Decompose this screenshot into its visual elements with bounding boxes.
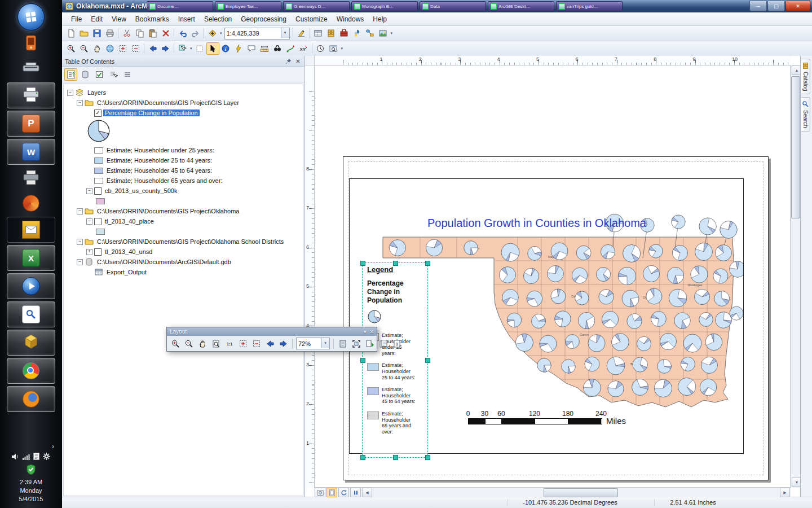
layout-toolbar-close-icon[interactable]: ✕ [369, 329, 374, 335]
clear-selection-button[interactable] [193, 42, 206, 55]
toc-item-label[interactable]: Layers [86, 89, 108, 96]
firefox-taskbar-button[interactable] [7, 386, 55, 412]
list-by-drawing-order-button[interactable] [64, 68, 77, 81]
redo-button[interactable] [189, 27, 202, 40]
start-button[interactable] [17, 3, 45, 30]
horizontal-scrollbar[interactable]: ◀ ▶ [314, 487, 791, 497]
options-menu-button[interactable] [121, 68, 134, 81]
arc-toolbox-button[interactable] [338, 27, 351, 40]
collapse-box[interactable]: − [77, 208, 83, 214]
map-title[interactable]: Population Growth in Counties in Oklahom… [349, 217, 725, 230]
select-elements-button[interactable] [206, 42, 219, 55]
fixed-zoom-in-button[interactable] [236, 338, 249, 350]
pan-button[interactable] [196, 338, 209, 350]
collapse-box[interactable]: − [77, 100, 83, 106]
fixed-zoom-out-button[interactable] [250, 338, 263, 350]
selection-handle[interactable] [360, 455, 365, 460]
selection-handle[interactable] [425, 358, 430, 363]
find-route-button[interactable] [284, 42, 297, 55]
dd-pages-button[interactable]: 1 [390, 338, 403, 350]
layout-canvas[interactable]: TexasBeaverEllisMajorOsageCanadianOklaho… [314, 65, 791, 488]
scroll-right-arrow[interactable]: ▶ [780, 488, 790, 497]
layout-toolbar[interactable]: Layout ▾ ✕ 1:172%▾1 [166, 327, 377, 352]
back-button[interactable] [146, 42, 159, 55]
security-shield-icon[interactable] [27, 465, 36, 477]
layer-visibility-checkbox[interactable] [94, 248, 102, 256]
horizontal-scroll-thumb[interactable] [544, 488, 618, 497]
toc-row[interactable]: −C:\Users\ORRIN\Documents\ArcGIS\Default… [64, 257, 303, 267]
back-button[interactable] [263, 338, 276, 350]
layer-visibility-checkbox[interactable]: ✓ [94, 110, 102, 117]
excel-taskbar-button[interactable]: X [7, 245, 55, 271]
layout-toolbar-menu-caret[interactable]: ▾ [364, 329, 367, 335]
side-tab-catalog[interactable]: Catalog [801, 59, 810, 94]
pin-icon[interactable] [285, 58, 292, 65]
viewer-window-button[interactable] [327, 42, 340, 55]
expand-box[interactable]: + [86, 249, 92, 255]
map-scale-combobox[interactable]: 1:4,425,339▾ [224, 28, 290, 40]
outlook-taskbar-button[interactable] [7, 217, 55, 243]
selection-handle[interactable] [425, 261, 430, 266]
layer-visibility-checkbox[interactable] [94, 187, 102, 195]
window-tab[interactable]: vanTrips guid… [556, 1, 623, 11]
fax-taskbar-button[interactable] [7, 82, 55, 108]
identify-button[interactable]: i [219, 42, 232, 55]
side-tab-search[interactable]: Search [801, 97, 810, 132]
hyperlink-button[interactable] [232, 42, 245, 55]
menu-help[interactable]: Help [368, 14, 391, 25]
zoom-in-button[interactable] [64, 42, 77, 55]
toc-item-label[interactable]: tl_2013_40_unsd [103, 248, 154, 255]
maximize-button[interactable]: ▢ [767, 1, 785, 11]
collapse-box[interactable]: − [67, 90, 73, 96]
undo-button[interactable] [176, 27, 189, 40]
dropdown-caret[interactable]: ▾ [189, 46, 193, 51]
dd-setup-button[interactable] [377, 338, 390, 350]
phone-taskbar-button[interactable] [7, 33, 55, 55]
volume-icon[interactable] [12, 452, 19, 462]
delete-x-button[interactable] [159, 27, 172, 40]
network-icon[interactable] [23, 452, 30, 462]
selection-handle[interactable] [393, 261, 398, 266]
window-tab[interactable]: Monograph B… [351, 1, 418, 11]
select-features-button[interactable] [176, 42, 189, 55]
editor-pencil-button[interactable] [295, 27, 308, 40]
list-by-visibility-button[interactable] [92, 68, 105, 81]
toc-header[interactable]: Table Of Contents ✕ [62, 56, 304, 67]
menu-selection[interactable]: Selection [200, 14, 236, 25]
window-tab[interactable]: Greenways D… [283, 1, 350, 11]
dropdown-caret[interactable]: ▾ [390, 31, 394, 36]
refresh-button[interactable] [338, 488, 349, 497]
chrome-taskbar-button[interactable] [7, 358, 55, 384]
forward-button[interactable] [159, 42, 172, 55]
office-taskbar-button[interactable] [7, 192, 55, 214]
time-slider-button[interactable] [314, 42, 327, 55]
list-by-source-button[interactable] [78, 68, 91, 81]
toc-row[interactable]: −C:\Users\ORRIN\Documents\GIS Project\GI… [64, 98, 303, 108]
zoom-out-button[interactable] [182, 338, 195, 350]
data-view-button[interactable] [315, 488, 325, 497]
toc-row[interactable]: −Layers [64, 87, 303, 98]
menu-edit[interactable]: Edit [86, 14, 107, 25]
zoom-whole-page-button[interactable] [209, 338, 222, 350]
attribute-table-button[interactable] [312, 27, 325, 40]
toc-item-label[interactable]: cb_2013_us_county_500k [103, 187, 179, 194]
menu-file[interactable]: File [67, 14, 86, 25]
toc-item-label[interactable]: C:\Users\ORRIN\Documents\GIS Project\Okl… [95, 208, 241, 214]
toc-item-label[interactable]: C:\Users\ORRIN\Documents\GIS Project\GIS… [95, 99, 241, 106]
toc-row[interactable]: +tl_2013_40_unsd [64, 247, 303, 257]
open-folder-button[interactable] [77, 27, 90, 40]
toc-row[interactable]: −C:\Users\ORRIN\Documents\GIS Project\Ok… [64, 237, 303, 247]
selection-handle[interactable] [360, 358, 365, 363]
window-tab[interactable]: Employee Tax… [215, 1, 281, 11]
layer-visibility-checkbox[interactable] [94, 218, 102, 225]
scanner-taskbar-button[interactable] [7, 58, 55, 80]
pan-button[interactable] [90, 42, 103, 55]
close-button[interactable]: ✕ [785, 1, 810, 11]
window-tab[interactable]: Data [420, 1, 486, 11]
toc-item-label[interactable]: C:\Users\ORRIN\Documents\GIS Project\Okl… [95, 238, 285, 245]
zoom-in-button[interactable] [169, 338, 182, 350]
window-tab[interactable]: ArcGIS Deskt… [488, 1, 554, 11]
toc-item-label[interactable]: C:\Users\ORRIN\Documents\ArcGIS\Default.… [95, 259, 233, 265]
forward-button[interactable] [277, 338, 290, 350]
zoom-100-button[interactable]: 1:1 [223, 338, 236, 350]
